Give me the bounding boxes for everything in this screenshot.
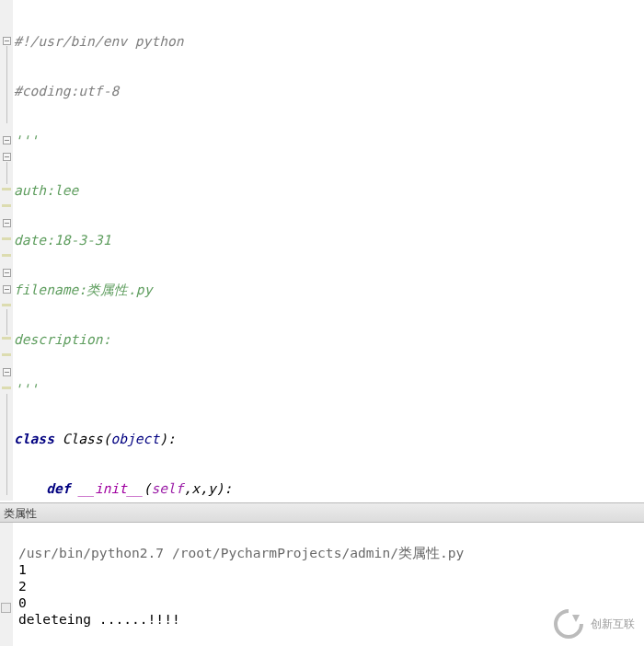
code-line[interactable]: #coding:utf-8 (14, 83, 368, 99)
gutter-tick-icon (2, 237, 11, 240)
gutter (0, 0, 13, 501)
code-line[interactable]: class Class(object): (14, 431, 368, 447)
fold-icon[interactable] (3, 153, 11, 161)
fold-icon[interactable] (3, 285, 11, 294)
fold-icon[interactable] (3, 136, 11, 144)
fold-bar (6, 394, 7, 495)
fold-bar (6, 309, 7, 335)
code-line[interactable]: date:18-3-31 (14, 232, 368, 248)
fold-icon[interactable] (3, 368, 11, 376)
console-gutter (0, 523, 13, 646)
gutter-tick-icon (2, 204, 11, 207)
gutter-tick-icon (2, 353, 11, 356)
gutter-tick-icon (2, 337, 11, 340)
fold-bar (6, 162, 7, 184)
code-line[interactable]: #!/usr/bin/env python (14, 33, 368, 50)
stop-icon[interactable] (1, 603, 11, 613)
code-line[interactable]: auth:lee (14, 182, 368, 199)
gutter-tick-icon (2, 304, 11, 306)
fold-icon[interactable] (3, 269, 11, 277)
run-config-name: 类属性 (4, 507, 37, 520)
code-line[interactable]: filename:类属性.py (14, 282, 368, 298)
code-line[interactable]: def __init__(self,x,y): (14, 480, 368, 497)
brand-logo: 创新互联 (552, 606, 642, 642)
code-line[interactable]: ''' (14, 133, 368, 149)
fold-icon[interactable] (3, 219, 11, 227)
code-editor[interactable]: #!/usr/bin/env python #coding:utf-8 ''' … (0, 0, 644, 501)
brand-name: 创新互联 (591, 617, 635, 630)
gutter-tick-icon (2, 254, 11, 257)
gutter-tick-icon (2, 188, 11, 190)
run-panel-title[interactable]: 类属性 (0, 502, 644, 523)
console-output[interactable]: /usr/bin/python2.7 /root/PycharmProjects… (18, 528, 464, 646)
brand-icon (552, 607, 585, 640)
fold-icon[interactable] (3, 37, 11, 45)
code-line[interactable]: description: (14, 331, 368, 348)
fold-bar (6, 46, 7, 123)
run-console[interactable]: /usr/bin/python2.7 /root/PycharmProjects… (0, 523, 644, 646)
gutter-tick-icon (2, 386, 11, 389)
code-line[interactable]: ''' (14, 381, 368, 398)
